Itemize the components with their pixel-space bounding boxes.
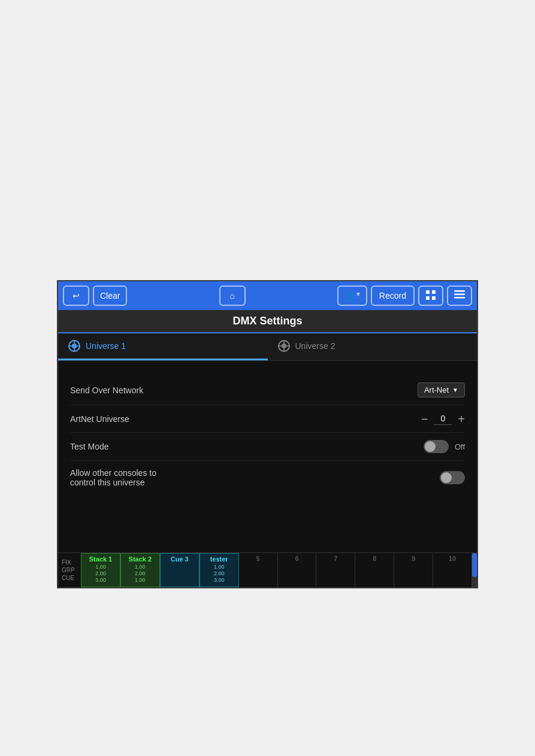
home-icon: ⌂ (229, 291, 234, 300)
slot-stack1-val3: 3.00 (95, 577, 106, 583)
slot-stack2-val2: 2.00 (135, 570, 146, 576)
cue-label: CUE (62, 575, 77, 581)
send-over-network-label: Send Over Network (70, 385, 418, 395)
fixture-button[interactable]: 👤* (337, 286, 367, 306)
slot-tester-values: 1.00 2.00 3.00 (201, 564, 237, 583)
cue-slot-7[interactable]: 7 (316, 553, 355, 587)
increment-button[interactable]: + (458, 413, 465, 425)
svg-rect-6 (454, 297, 465, 299)
tab-universe-1-label: Universe 1 (86, 341, 126, 351)
slot-stack2-val3: 1.00 (135, 577, 146, 583)
universe-2-icon (277, 339, 291, 353)
cue-slot-cue3[interactable]: Cue 3 (160, 553, 200, 587)
slot-9-name: 9 (412, 555, 415, 562)
menu-icon (454, 290, 465, 301)
svg-rect-3 (432, 296, 436, 300)
test-mode-label: Test Mode (70, 442, 424, 451)
cue-bar: FIX GRP CUE Stack 1 1.00 2.00 3.00 Stack… (58, 552, 477, 587)
record-label: Record (379, 291, 406, 300)
cue-slot-stack1[interactable]: Stack 1 1.00 2.00 3.00 (81, 553, 120, 587)
svg-rect-0 (426, 290, 430, 294)
tab-universe-2-label: Universe 2 (295, 341, 335, 351)
svg-rect-5 (454, 294, 465, 296)
grid-button[interactable] (418, 286, 443, 306)
test-mode-state-label: Off (455, 442, 465, 451)
cue-slot-8[interactable]: 8 (355, 553, 394, 587)
cue-labels: FIX GRP CUE (58, 553, 81, 587)
slot-tester-val1: 1.00 (214, 564, 225, 570)
slot-8-name: 8 (373, 555, 376, 562)
allow-consoles-row: Allow other consoles to control this uni… (70, 461, 465, 494)
cue-slot-9[interactable]: 9 (394, 553, 433, 587)
cue-slot-tester[interactable]: tester 1.00 2.00 3.00 (200, 553, 239, 587)
slot-stack1-val1: 1.00 (95, 564, 106, 570)
settings-panel: Send Over Network Art-Net ▼ ArtNet Unive… (58, 361, 477, 552)
artnet-universe-control: − 0 + (421, 412, 465, 425)
fix-label: FIX (62, 559, 77, 566)
grp-label: GRP (62, 567, 77, 573)
allow-consoles-label: Allow other consoles to control this uni… (70, 468, 440, 487)
tab-universe-2[interactable]: Universe 2 (268, 333, 477, 360)
slot-stack2-values: 1.00 2.00 1.00 (122, 564, 158, 583)
slot-tester-val3: 3.00 (214, 577, 225, 583)
send-over-network-control: Art-Net ▼ (418, 382, 465, 397)
send-over-network-row: Send Over Network Art-Net ▼ (70, 375, 465, 405)
scroll-indicator[interactable] (472, 553, 477, 587)
clear-label: Clear (100, 291, 120, 300)
tab-universe-1[interactable]: Universe 1 (58, 333, 268, 360)
page-title: DMX Settings (232, 315, 302, 327)
svg-rect-4 (454, 290, 465, 292)
test-mode-toggle[interactable] (424, 440, 449, 453)
app-window: ↩ Clear ⌂ 👤* Record (57, 280, 478, 588)
cue-slot-10[interactable]: 10 (433, 553, 472, 587)
artnet-universe-label: ArtNet Universe (70, 414, 421, 424)
artnet-universe-row: ArtNet Universe − 0 + (70, 405, 465, 433)
slot-tester-name: tester (210, 555, 228, 563)
cue-slots: Stack 1 1.00 2.00 3.00 Stack 2 1.00 2.00… (81, 553, 472, 587)
cue-slot-stack2[interactable]: Stack 2 1.00 2.00 1.00 (120, 553, 160, 587)
decrement-button[interactable]: − (421, 413, 428, 425)
artnet-universe-stepper: − 0 + (421, 412, 465, 425)
artnet-universe-value: 0 (434, 412, 452, 425)
grid-icon (425, 290, 436, 302)
slot-stack1-name: Stack 1 (89, 555, 113, 563)
send-over-network-dropdown[interactable]: Art-Net ▼ (418, 382, 465, 397)
slot-stack1-val2: 2.00 (95, 570, 106, 576)
clear-button[interactable]: Clear (93, 286, 127, 306)
toolbar: ↩ Clear ⌂ 👤* Record (58, 281, 477, 310)
allow-consoles-control (440, 471, 465, 484)
test-mode-row: Test Mode Off (70, 433, 465, 461)
slot-6-name: 6 (295, 555, 298, 562)
scroll-thumb (472, 553, 477, 577)
universe-1-icon (68, 339, 81, 353)
allow-consoles-toggle[interactable] (440, 471, 465, 484)
back-button[interactable]: ↩ (63, 286, 89, 306)
slot-stack2-name: Stack 2 (129, 555, 152, 563)
title-bar: DMX Settings (58, 310, 477, 333)
svg-rect-1 (432, 290, 436, 294)
slot-7-name: 7 (334, 555, 337, 562)
slot-stack1-values: 1.00 2.00 3.00 (83, 564, 119, 583)
slot-tester-val2: 2.00 (214, 570, 225, 576)
back-icon: ↩ (72, 291, 80, 300)
watermark: manual.sh (347, 0, 489, 1)
dropdown-value: Art-Net (424, 385, 449, 394)
record-button[interactable]: Record (371, 286, 415, 306)
slot-5-name: 5 (256, 555, 260, 562)
slot-stack2-val1: 1.00 (135, 564, 146, 570)
slot-cue3-name: Cue 3 (171, 555, 189, 563)
page-wrapper: manual.sh ↩ Clear ⌂ 👤* Record (0, 0, 535, 756)
slot-10-name: 10 (449, 555, 456, 562)
dropdown-arrow-icon: ▼ (452, 387, 458, 393)
home-button[interactable]: ⌂ (219, 286, 246, 306)
test-mode-toggle-wrap: Off (424, 440, 465, 453)
universe-tabs: Universe 1 Universe 2 (58, 333, 477, 361)
menu-button[interactable] (447, 286, 472, 306)
test-mode-control: Off (424, 440, 465, 453)
cue-slot-5[interactable]: 5 (239, 553, 278, 587)
svg-rect-2 (426, 296, 430, 300)
fixture-icon: 👤* (344, 290, 360, 302)
cue-slot-6[interactable]: 6 (278, 553, 317, 587)
